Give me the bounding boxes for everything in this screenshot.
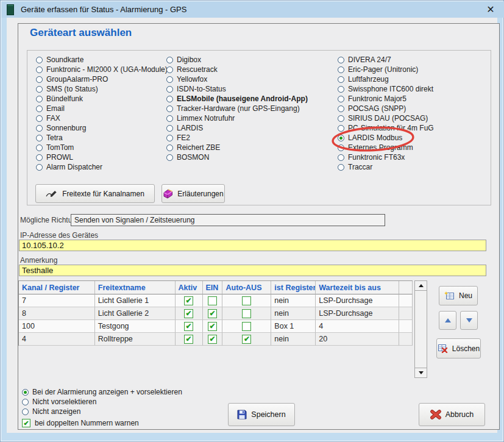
radio-option[interactable]: Soundkarte: [36, 55, 168, 65]
radio-option[interactable]: Funktronic - MI2000 X (UGA-Module): [36, 65, 168, 74]
radio-option[interactable]: Swissphone ITC600 direkt: [338, 84, 434, 94]
radio-option[interactable]: Alarm Dispatcher: [36, 162, 168, 172]
checked-checkbox-icon[interactable]: ✔: [242, 335, 251, 344]
checked-checkbox-icon[interactable]: ✔: [208, 309, 217, 318]
radio-option[interactable]: Nicht anzeigen: [22, 407, 182, 416]
radio-option-label: Externes Programm: [348, 143, 413, 152]
radio-option[interactable]: ISDN-to-Status: [166, 84, 308, 94]
unchecked-checkbox-icon[interactable]: [242, 309, 251, 318]
device-column-2: DIVERA 24/7Eric-Pager (Unitronic)Luftfah…: [338, 55, 434, 172]
radio-option[interactable]: Yellowfox: [166, 74, 308, 84]
neu-button[interactable]: Neu: [439, 286, 478, 305]
checked-checkbox-icon[interactable]: ✔: [208, 322, 217, 331]
radio-option[interactable]: TomTom: [36, 143, 168, 152]
checked-checkbox-icon[interactable]: ✔: [184, 322, 193, 331]
radio-icon: [36, 66, 43, 73]
column-header[interactable]: EIN: [203, 281, 223, 294]
radio-option[interactable]: FE2: [166, 133, 308, 143]
loeschen-button[interactable]: Löschen: [436, 338, 481, 358]
radio-option[interactable]: Email: [36, 104, 168, 113]
column-header[interactable]: Freitextname: [95, 281, 176, 294]
column-header[interactable]: Wartezeit bis aus: [316, 281, 399, 294]
radio-option[interactable]: PC-Simulation für 4m FuG: [338, 123, 434, 133]
anmerkung-input[interactable]: [19, 265, 486, 276]
radio-icon: [36, 76, 43, 83]
radio-option[interactable]: Limmex Notrufuhr: [166, 113, 308, 123]
table-row[interactable]: 100Testgong✔✔Box 14: [19, 320, 413, 333]
checked-checkbox-icon[interactable]: ✔: [184, 335, 193, 344]
radio-option[interactable]: FAX: [36, 113, 168, 123]
scrollbar-thumb[interactable]: [414, 290, 427, 368]
checked-checkbox-icon[interactable]: ✔: [208, 335, 217, 344]
radio-option[interactable]: Tetra: [36, 133, 168, 143]
radio-option[interactable]: LARDIS: [166, 123, 308, 133]
close-icon[interactable]: ✕: [483, 2, 499, 18]
radio-option-label: LARDIS Modbus: [348, 134, 402, 142]
table-row[interactable]: 8Licht Gallerie 2✔✔neinLSP-Durchsage: [19, 307, 413, 320]
checked-checkbox-icon[interactable]: ✔: [184, 309, 193, 318]
table-cell: Licht Gallerie 1: [95, 294, 176, 307]
radio-option-label: BOSMON: [177, 153, 209, 162]
radio-option[interactable]: Sonnenburg: [36, 123, 168, 133]
radio-option[interactable]: Reichert ZBE: [166, 143, 308, 152]
title-bar[interactable]: Geräte erfassen für Status - Alarmierung…: [1, 1, 504, 18]
table-cell: ✔: [176, 294, 203, 307]
radio-option-label: GroupAalarm-PRO: [46, 75, 108, 84]
radio-option[interactable]: POCSAG (SNPP): [338, 104, 434, 113]
unchecked-checkbox-icon[interactable]: [242, 322, 251, 331]
radio-option[interactable]: Funktronic FT63x: [338, 152, 434, 162]
radio-option-label: Tetra: [46, 134, 63, 142]
radio-option[interactable]: Digibox: [166, 55, 308, 65]
table-cell: nein: [271, 294, 316, 307]
column-header[interactable]: Aktiv: [176, 281, 203, 294]
column-header[interactable]: Auto-AUS: [222, 281, 271, 294]
column-header[interactable]: [399, 281, 413, 294]
scroll-down-icon[interactable]: [414, 368, 427, 378]
radio-option[interactable]: Externes Programm: [338, 143, 434, 152]
radio-option[interactable]: LARDIS Modbus: [338, 133, 434, 143]
radio-option[interactable]: PROWL: [36, 152, 168, 162]
erlaeuterungen-button[interactable]: Erläuterungen: [161, 184, 225, 203]
radio-option[interactable]: SMS (to Status): [36, 84, 168, 94]
speichern-button[interactable]: Speichern: [228, 403, 295, 426]
table-cell: 4: [316, 320, 399, 333]
table-scrollbar[interactable]: [414, 280, 427, 378]
unchecked-checkbox-icon[interactable]: [208, 296, 217, 305]
move-up-button[interactable]: [439, 311, 456, 330]
freitexte-button[interactable]: Freitexte für Kanalnamen: [35, 184, 155, 203]
column-header[interactable]: ist Register: [271, 281, 316, 294]
table-cell: ✔: [176, 307, 203, 320]
move-down-button[interactable]: [460, 311, 478, 330]
radio-option[interactable]: Bündelfunk: [36, 94, 168, 104]
radio-option[interactable]: Rescuetrack: [166, 65, 308, 74]
radio-option[interactable]: ELSMobile (hauseigene Android-App): [166, 94, 308, 104]
radio-option[interactable]: DIVERA 24/7: [338, 55, 434, 65]
scroll-up-icon[interactable]: [414, 280, 427, 291]
radio-option[interactable]: Tracker-Hardware (nur GPS-Eingang): [166, 104, 308, 113]
radio-icon: [166, 66, 173, 73]
radio-icon: [166, 135, 173, 141]
radio-option[interactable]: Bei der Alarmierung anzeigen + vorselekt…: [22, 387, 182, 397]
radio-option[interactable]: Traccar: [338, 162, 434, 172]
checked-checkbox-icon[interactable]: ✔: [184, 296, 193, 305]
radio-option-label: TomTom: [46, 143, 74, 152]
abbruch-button[interactable]: Abbruch: [419, 403, 485, 426]
radio-icon: [36, 86, 43, 93]
loeschen-button-label: Löschen: [452, 344, 480, 353]
radio-option-label: Funktronic Major5: [348, 94, 406, 103]
table-cell: ✔: [222, 333, 271, 346]
radio-option[interactable]: GroupAalarm-PRO: [36, 74, 168, 84]
radio-option[interactable]: Eric-Pager (Unitronic): [338, 65, 434, 74]
radio-option[interactable]: BOSMON: [166, 152, 308, 162]
radio-option[interactable]: Funktronic Major5: [338, 94, 434, 104]
radio-option[interactable]: SIRIUS DAU (POCSAG): [338, 113, 434, 123]
unchecked-checkbox-icon[interactable]: [242, 296, 251, 305]
duplicate-warning-option[interactable]: ✔ bei doppelten Nummern warnen: [22, 418, 139, 428]
radio-option[interactable]: Luftfahrzeug: [338, 74, 434, 84]
column-header[interactable]: Kanal / Register: [19, 281, 95, 294]
table-row[interactable]: 4Rolltreppe✔✔✔nein20: [19, 333, 413, 346]
table-row[interactable]: 7Licht Gallerie 1✔neinLSP-Durchsage: [19, 294, 413, 307]
ip-address-input[interactable]: [19, 240, 486, 251]
radio-option-label: Soundkarte: [46, 55, 83, 64]
radio-option[interactable]: Nicht vorselektieren: [22, 397, 182, 407]
